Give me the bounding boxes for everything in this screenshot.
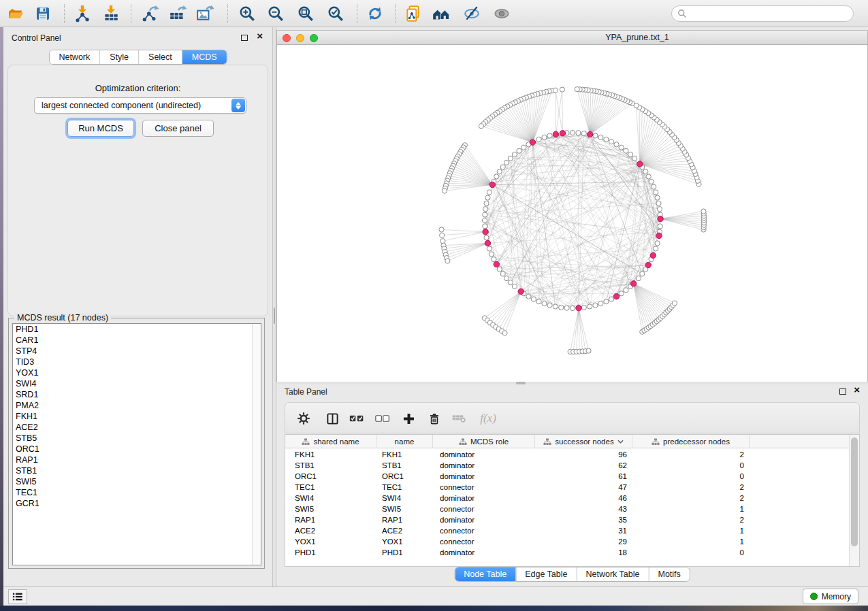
table-row[interactable]: STB1STB1dominator620 [285, 460, 850, 471]
table-scrollbar[interactable] [849, 435, 859, 566]
column-header-name[interactable]: name [376, 435, 433, 448]
result-list-item[interactable]: TID3 [13, 357, 261, 367]
zoom-fit-icon[interactable] [295, 4, 316, 23]
close-panel-icon[interactable]: × [257, 31, 263, 42]
table-settings-gear-icon[interactable] [293, 408, 314, 429]
zoom-selected-icon[interactable] [325, 4, 346, 23]
tab-select[interactable]: Select [138, 50, 182, 65]
table-row[interactable]: RAP1RAP1dominator352 [285, 514, 850, 525]
tab-edge-table[interactable]: Edge Table [515, 567, 576, 582]
table-body[interactable]: FKH1FKH1dominator962STB1STB1dominator620… [285, 449, 850, 558]
status-bar: Memory [3, 587, 868, 606]
table-row[interactable]: ACE2ACE2connector311 [285, 525, 850, 536]
criterion-dropdown[interactable]: largest connected component (undirected) [34, 97, 246, 114]
export-image-icon[interactable] [195, 4, 215, 23]
export-network-icon[interactable] [140, 4, 161, 23]
window-minimize-icon[interactable] [296, 34, 304, 42]
column-header-shared-name[interactable]: shared name [285, 435, 376, 448]
memory-label: Memory [822, 592, 851, 601]
result-list-item[interactable]: RAP1 [13, 455, 261, 465]
result-list-item[interactable]: GCR1 [13, 498, 261, 509]
cell-name: RAP1 [376, 514, 433, 525]
cell-MCDS-role: dominator [433, 493, 535, 503]
tab-mcds[interactable]: MCDS [182, 50, 227, 65]
cell-predecessor-nodes: 0 [632, 547, 750, 558]
window-close-icon[interactable] [283, 34, 291, 42]
memory-button[interactable]: Memory [803, 589, 858, 604]
result-list-item[interactable]: STP4 [13, 346, 261, 357]
table-toolbar: f(x) [285, 402, 860, 433]
apply-preferred-layout-icon[interactable] [365, 4, 385, 23]
cell-name: SWI5 [376, 503, 433, 514]
share-network-icon[interactable] [403, 4, 423, 23]
table-row[interactable]: PHD1PHD1dominator180 [285, 547, 850, 558]
column-header-successor-nodes[interactable]: successor nodes [535, 435, 632, 448]
control-tabs: NetworkStyleSelectMCDS [48, 50, 227, 65]
deselect-all-icon[interactable] [372, 408, 393, 429]
result-list-item[interactable]: ACE2 [13, 422, 261, 433]
add-column-icon[interactable] [398, 408, 419, 429]
node-table[interactable]: shared namenameMCDS rolesuccessor nodesp… [285, 434, 860, 567]
result-list-item[interactable]: PHD1 [13, 324, 261, 335]
show-columns-icon[interactable] [322, 408, 342, 429]
cell-successor-nodes: 46 [535, 493, 632, 503]
zoom-out-icon[interactable] [266, 4, 286, 23]
result-list-item[interactable]: SWI5 [13, 476, 261, 487]
task-history-button[interactable] [8, 589, 27, 604]
cell-successor-nodes: 61 [535, 471, 632, 482]
search-field[interactable] [671, 5, 854, 22]
ndex-browse-icon[interactable] [432, 4, 452, 23]
tab-network-table[interactable]: Network Table [577, 567, 649, 582]
table-header-row[interactable]: shared namenameMCDS rolesuccessor nodesp… [285, 435, 850, 448]
table-row[interactable]: ORC1ORC1dominator610 [285, 471, 850, 482]
cell-MCDS-role: connector [433, 525, 535, 536]
result-list-item[interactable]: YOX1 [13, 367, 261, 378]
table-row[interactable]: YOX1YOX1connector291 [285, 536, 850, 547]
table-row[interactable]: FKH1FKH1dominator962 [285, 449, 850, 460]
close-table-panel-icon[interactable]: × [854, 384, 860, 395]
run-mcds-button[interactable]: Run MCDS [67, 120, 134, 137]
close-panel-button[interactable]: Close panel [142, 120, 214, 137]
table-row[interactable]: SWI4SWI4dominator462 [285, 493, 850, 503]
cell-successor-nodes: 29 [535, 536, 632, 547]
float-panel-icon[interactable] [241, 35, 248, 41]
result-list-item[interactable]: SRD1 [13, 389, 261, 400]
import-network-icon[interactable] [72, 4, 93, 23]
table-row[interactable]: SWI5SWI5connector431 [285, 503, 850, 514]
result-list-item[interactable]: STB5 [13, 433, 261, 444]
column-header-MCDS-role[interactable]: MCDS role [433, 435, 535, 448]
result-list-item[interactable]: PMA2 [13, 400, 261, 411]
export-table-icon[interactable] [167, 4, 188, 23]
result-list-item[interactable]: TEC1 [13, 487, 261, 498]
search-input[interactable] [687, 7, 853, 20]
mcds-result-list[interactable]: PHD1CAR1STP4TID3YOX1SWI4SRD1PMA2FKH1ACE2… [12, 323, 261, 565]
table-row[interactable]: TEC1TEC1connector472 [285, 482, 850, 493]
result-list-item[interactable]: SWI4 [13, 378, 261, 389]
result-list-item[interactable]: STB1 [13, 465, 261, 476]
cell-MCDS-role: connector [433, 482, 535, 493]
tab-network[interactable]: Network [49, 50, 99, 65]
result-list-item[interactable]: ORC1 [13, 444, 261, 455]
open-file-icon[interactable] [5, 4, 26, 23]
save-session-icon[interactable] [33, 4, 53, 23]
tab-node-table[interactable]: Node Table [455, 567, 515, 582]
network-canvas[interactable] [277, 45, 867, 382]
tab-style[interactable]: Style [99, 50, 138, 65]
window-maximize-icon[interactable] [310, 34, 318, 42]
column-header-predecessor-nodes[interactable]: predecessor nodes [632, 435, 750, 448]
select-all-icon[interactable] [347, 408, 367, 429]
delete-column-trash-icon[interactable] [424, 408, 445, 429]
import-table-icon[interactable] [101, 4, 121, 23]
cell-predecessor-nodes: 2 [632, 514, 750, 525]
hide-selected-icon[interactable] [462, 4, 482, 23]
result-list-item[interactable]: CAR1 [13, 335, 261, 346]
zoom-in-icon[interactable] [237, 4, 257, 23]
cell-predecessor-nodes: 0 [632, 471, 750, 482]
network-window-titlebar[interactable]: YPA_prune.txt_1 [277, 31, 867, 45]
tab-motifs[interactable]: Motifs [648, 567, 689, 582]
float-table-panel-icon[interactable] [839, 389, 846, 395]
result-list-item[interactable]: FKH1 [13, 411, 261, 422]
result-scrollbar[interactable] [252, 324, 261, 565]
table-scrollbar-thumb[interactable] [851, 437, 858, 546]
show-selected-icon[interactable] [492, 4, 512, 23]
